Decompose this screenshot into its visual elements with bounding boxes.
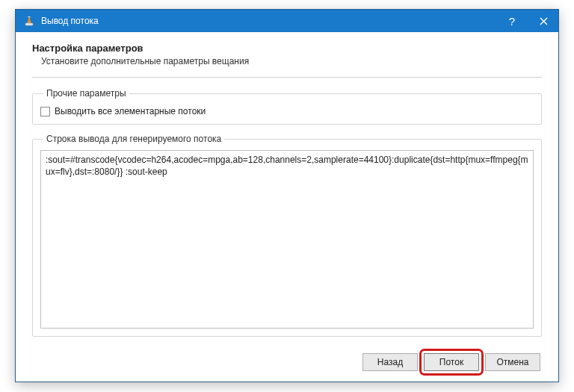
close-button[interactable] xyxy=(536,13,551,28)
titlebar: Вывод потока ? xyxy=(16,10,558,32)
elementary-streams-row[interactable]: Выводить все элементарные потоки xyxy=(40,106,534,116)
dialog-body: Настройка параметров Установите дополнит… xyxy=(16,32,558,382)
sout-string-field[interactable]: :sout=#transcode{vcodec=h264,acodec=mpga… xyxy=(40,150,534,329)
app-icon xyxy=(23,15,35,27)
divider xyxy=(32,77,542,78)
svg-rect-0 xyxy=(25,23,33,25)
stream-button[interactable]: Поток xyxy=(424,353,479,371)
svg-rect-1 xyxy=(28,16,31,17)
elementary-streams-label: Выводить все элементарные потоки xyxy=(55,106,206,116)
misc-options-legend: Прочие параметры xyxy=(43,88,129,99)
back-button[interactable]: Назад xyxy=(362,353,418,371)
dialog-button-row: Назад Поток Отмена xyxy=(32,346,542,373)
page-subheading: Установите дополнительные параметры веща… xyxy=(41,56,542,66)
output-string-legend: Строка вывода для генерируемого потока xyxy=(43,134,224,144)
cancel-button[interactable]: Отмена xyxy=(485,353,540,371)
close-icon xyxy=(540,17,548,25)
misc-options-group: Прочие параметры Выводить все элементарн… xyxy=(32,88,542,125)
window-title: Вывод потока xyxy=(41,16,504,26)
stream-button-highlight: Поток xyxy=(424,353,479,371)
page-heading: Настройка параметров xyxy=(32,43,542,54)
dialog-window: Вывод потока ? Настройка параметров Уста… xyxy=(15,9,559,382)
output-string-group: Строка вывода для генерируемого потока :… xyxy=(32,134,542,337)
title-buttons: ? xyxy=(504,13,551,28)
help-button[interactable]: ? xyxy=(504,13,519,28)
elementary-streams-checkbox[interactable] xyxy=(40,107,50,116)
